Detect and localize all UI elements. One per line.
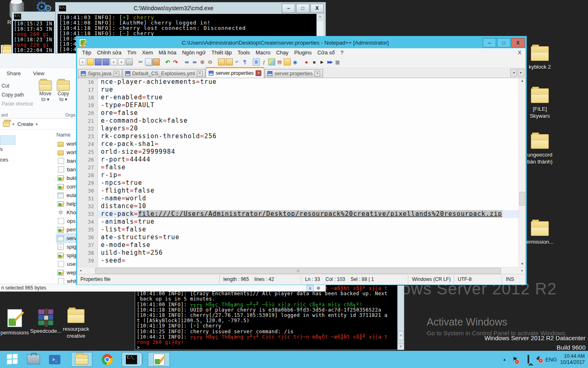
toolbar-fold-icon[interactable] (284, 58, 291, 65)
scrollbar-thumb[interactable]: ≡ (398, 331, 403, 340)
language-indicator[interactable]: ENG (546, 351, 557, 368)
editor-horizontal-scrollbar[interactable]: ◂ ||| ▸ (77, 267, 526, 274)
toolbar-cuti-icon[interactable]: ✂ (137, 58, 144, 65)
column-header-name[interactable]: Name (56, 132, 71, 138)
toolbar-zoom-icon[interactable]: ⊕ (199, 58, 206, 65)
tab-0[interactable]: Signs.java× (78, 69, 122, 78)
menu-item-2[interactable]: Tìm (124, 49, 139, 56)
desktop-icon-rar[interactable]: Speedcode... (32, 309, 60, 334)
tab-close-icon[interactable]: × (314, 71, 320, 76)
tab-2[interactable]: server.properties× (206, 67, 264, 78)
toolbar-find-icon[interactable]: ∞ (183, 58, 190, 65)
menu-item-5[interactable]: Ngôn ngữ (179, 49, 209, 56)
volume-status[interactable]: × (534, 351, 541, 368)
network-status[interactable] (528, 351, 529, 368)
editor-vertical-scrollbar[interactable]: ▲ ▼ (519, 78, 526, 267)
editor[interactable]: 1617181920212223242526272829303132333435… (77, 78, 526, 267)
powershell-button[interactable]: >_ (46, 352, 64, 367)
details-view-icon[interactable]: ≣ (307, 285, 314, 292)
scroll-down-icon[interactable]: ˅ (398, 343, 404, 350)
clock[interactable]: 10:44 AM 10/14/2017 (560, 353, 585, 366)
close-button[interactable]: X (511, 38, 525, 47)
thumbnail-view-icon[interactable]: ▦ (315, 285, 321, 291)
chrome-button[interactable] (96, 352, 118, 367)
desktop-icon-folder[interactable]: resourpackcreative (62, 309, 90, 339)
toolbar-page-icon[interactable]: × (110, 58, 117, 65)
toolbar-page-icon[interactable]: × (118, 58, 125, 65)
toolbar-redo-icon[interactable]: ↷ (172, 58, 179, 65)
tab-scroll-left-icon[interactable]: ◂ (510, 69, 517, 76)
bottom-cmd-scrollbar[interactable]: ≡ ˅ (397, 285, 404, 350)
toolbar-map-icon[interactable] (268, 58, 275, 65)
toolbar-undo-icon[interactable]: ↶ (164, 58, 171, 65)
nav-item-sliver[interactable]: s (0, 146, 3, 152)
tab-3[interactable]: server.properties× (265, 69, 323, 78)
menu-item-9[interactable]: Chạy (273, 49, 291, 56)
maximize-button[interactable]: □ (296, 4, 310, 13)
toolbar-paste-icon[interactable] (153, 58, 160, 65)
toolbar-sel-icon[interactable]: ≣ (253, 58, 260, 65)
ribbon-tab-view[interactable]: View (33, 70, 45, 76)
menubar-close-icon[interactable]: X (518, 49, 526, 56)
cmd-button[interactable]: C:\_ (122, 352, 141, 367)
tab-close-icon[interactable]: × (197, 71, 203, 76)
copy-to-button[interactable]: Copyto ▾ (55, 81, 72, 102)
ribbon-tab-share[interactable]: Share (7, 70, 21, 76)
breadcrumb-arrow-icon[interactable]: ▸ (13, 122, 15, 126)
desktop-icon-folder[interactable]: ermission... (526, 221, 554, 245)
desktop-icon-folder[interactable]: [FILE]Skywars (526, 88, 554, 119)
menu-item-7[interactable]: Tools (235, 49, 253, 56)
menu-item-10[interactable]: Plugins (292, 49, 315, 56)
scroll-right-icon[interactable]: ▸ (519, 267, 526, 274)
toolbar-wrap-icon[interactable]: ↵ (234, 58, 241, 65)
tab-close-icon[interactable]: × (256, 70, 261, 76)
toolbar-fold-icon[interactable] (87, 58, 94, 65)
toolbar-ff-icon[interactable]: ▶▶ (326, 58, 333, 65)
notepadpp-window[interactable]: C:\Users\Administrator\Desktop\Create\se… (76, 36, 527, 285)
notepadpp-button[interactable] (148, 352, 170, 367)
menu-item-4[interactable]: Mã hóa (156, 49, 179, 56)
breadcrumb[interactable]: Create (18, 121, 33, 127)
nav-item-sliver[interactable]: ces (0, 157, 8, 163)
toolbar-find-icon[interactable]: ∞ (191, 58, 198, 65)
scrollbar-thumb[interactable] (519, 192, 525, 206)
scroll-up-icon[interactable]: ▲ (519, 78, 526, 84)
toolbar-play-icon[interactable]: ▶ (318, 58, 325, 65)
bottom-cmd-window[interactable]: [10:44:21 INFO]: ┬╖┬╖ Hß╗ç Thß╗æng ┬╜┬╜ … (135, 285, 404, 350)
tab-1[interactable]: Default_CS_Explosives.yml× (122, 69, 206, 78)
toolbar-pil-icon[interactable]: ¶ (241, 58, 248, 65)
file-explorer-button[interactable] (71, 352, 92, 367)
toolbar-copy-icon[interactable] (145, 58, 152, 65)
ribbon-action[interactable]: Cut (2, 81, 33, 90)
tab-scroll-right-icon[interactable]: ▸ (518, 69, 524, 76)
toolbar-win-icon[interactable] (218, 58, 225, 65)
toolbar-rec-icon[interactable]: ● (303, 58, 310, 65)
mini-cmd-window[interactable]: C:\ [10:15:23 IN[10:17:43 INrong 260 gi[… (11, 11, 56, 55)
scroll-down-icon[interactable]: ▼ (519, 261, 526, 267)
toolbar-eye-icon[interactable]: ◉ (292, 58, 298, 65)
nav-selected-sliver[interactable] (0, 135, 16, 145)
close-button[interactable]: X (310, 4, 324, 13)
desktop-icon-folder[interactable]: ungeecordbàn thành) (526, 134, 554, 165)
scroll-up-icon[interactable]: ˄ (317, 14, 323, 20)
tray-expand-button[interactable]: ▲ (503, 351, 506, 368)
action-center-flag[interactable]: ⚑× (512, 351, 518, 368)
ribbon-action[interactable]: Copy path (2, 90, 33, 99)
toolbar-win-icon[interactable] (226, 58, 233, 65)
toolbar-fun-icon[interactable]: ƒ (261, 58, 267, 65)
scrollbar-thumb[interactable]: ||| (95, 268, 501, 274)
maximize-button[interactable]: □ (497, 38, 510, 47)
toolbar-print-icon[interactable] (126, 58, 133, 65)
top-cmd-titlebar[interactable]: C:\ C:\Windows\system32\cmd.exe –□X (56, 2, 325, 14)
server-manager-button[interactable] (24, 352, 42, 367)
editor-text-area[interactable]: nce-player-achievements=truerueer-enable… (98, 78, 519, 267)
menu-item-11[interactable]: Cửa sổ (314, 49, 338, 56)
toolbar-zoom-icon[interactable]: ⊖ (207, 58, 214, 65)
minimize-button[interactable]: – (282, 4, 295, 13)
menu-item-3[interactable]: Xem (139, 49, 156, 56)
menu-item-12[interactable]: ? (338, 49, 346, 56)
desktop-icon-npp[interactable]: permissions (1, 309, 29, 336)
start-button[interactable] (3, 352, 21, 367)
minimize-button[interactable]: – (483, 38, 496, 47)
breadcrumb-arrow-icon[interactable]: ▸ (36, 122, 38, 126)
